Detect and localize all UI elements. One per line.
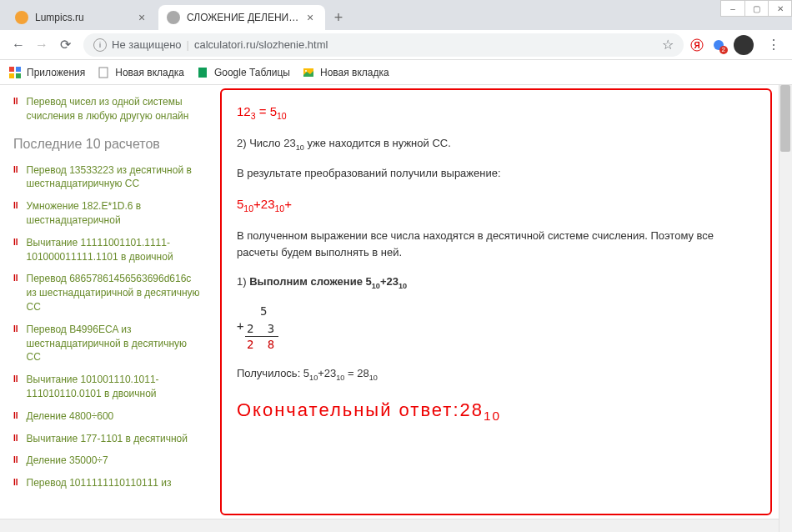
main-content: 123 = 510 2) Число 2310 уже находится в … [220,88,772,515]
sidebar-link: Деление 35000÷7 [27,454,108,468]
sidebar-item[interactable]: IIДеление 35000÷7 [13,454,203,468]
svg-rect-3 [9,67,14,72]
sidebar-item[interactable]: IIПеревод 1011111110110111 из [13,476,203,490]
paragraph-5: Получилось: 510+2310 = 2810 [237,365,755,384]
scrollbar-thumb[interactable] [780,85,790,152]
back-button[interactable]: ← [7,33,30,57]
svg-rect-6 [16,73,21,78]
bullet-icon: II [13,323,18,335]
bullet-icon: II [13,163,18,176]
tab-strip: Lumpics.ru × СЛОЖЕНИЕ ДЕЛЕНИЕ УМНОЖЕ × + [0,0,792,30]
sidebar-item[interactable]: IIПеревод 13533223 из десятичной в шестн… [13,163,203,192]
sidebar-link: Перевод 1011111110110111 из [27,476,172,490]
paragraph-3: В полученном выражении все числа находят… [237,228,755,263]
sidebar: II Перевод чисел из одной системы счисле… [0,85,217,532]
close-icon[interactable]: × [303,11,317,24]
yandex-icon[interactable]: Я [690,38,704,52]
sidebar-item[interactable]: IIПеревод 68657861456563696d616c из шест… [13,272,203,314]
reload-button[interactable]: ⟳ [53,33,77,57]
bookmark-apps[interactable]: Приложения [8,66,85,79]
sidebar-link: Перевод чисел из одной системы счисления… [27,95,203,123]
sheets-icon [196,66,209,79]
bookmark-new-tab-1[interactable]: Новая вкладка [97,66,184,79]
star-icon[interactable]: ☆ [662,37,674,53]
bullet-icon: II [13,454,18,466]
sidebar-link: Вычитание 11111001101.1111-101000011111.… [27,236,203,264]
bookmark-label: Новая вкладка [115,67,184,78]
profile-avatar[interactable] [734,35,754,55]
content-area: II Перевод чисел из одной системы счисле… [0,85,792,532]
new-tab-button[interactable]: + [327,6,350,29]
scrollbar-vertical[interactable] [779,85,792,532]
svg-rect-4 [16,67,21,72]
toolbar-right: Я 2 ⋮ [690,33,785,57]
addition-column: 5 + 2 3 2 8 [237,304,755,352]
bullet-icon: II [13,272,18,284]
bullet-icon: II [13,95,18,108]
bullet-icon: II [13,409,18,422]
tab-title: СЛОЖЕНИЕ ДЕЛЕНИЕ УМНОЖЕ [187,12,300,23]
tab-lumpics[interactable]: Lumpics.ru × [7,5,157,30]
doc-icon [97,66,110,79]
svg-text:Я: Я [694,41,699,50]
bookmark-label: Новая вкладка [320,67,389,78]
svg-rect-5 [9,73,14,78]
extension-icon[interactable]: 2 [712,38,725,52]
address-bar[interactable]: i Не защищено | calculatori.ru/slozhenie… [83,33,684,57]
sidebar-item[interactable]: IIВычитание 11111001101.1111-10100001111… [13,236,203,264]
sidebar-item[interactable]: II Перевод чисел из одной системы счисле… [13,95,203,123]
bullet-icon: II [13,432,18,444]
svg-point-10 [305,70,307,72]
scrollbar-horizontal[interactable] [0,519,779,532]
sidebar-link: Деление 4800÷600 [27,409,114,424]
tab-title: Lumpics.ru [35,12,132,23]
svg-rect-7 [99,68,108,78]
forward-button[interactable]: → [30,33,53,57]
sidebar-item[interactable]: IIДеление 4800÷600 [13,409,203,424]
sidebar-link: Вычитание 101001110.1011-111010110.0101 … [27,373,203,401]
maximize-button[interactable]: ▢ [744,1,768,16]
paragraph-4: 1) Выполним сложение 510+2310 [237,274,755,292]
tab-calculatori[interactable]: СЛОЖЕНИЕ ДЕЛЕНИЕ УМНОЖЕ × [158,5,325,30]
sidebar-item[interactable]: IIПеревод B4996ECA из шестнадцатиричной … [13,323,203,364]
img-icon [302,66,315,79]
svg-rect-8 [198,68,207,78]
close-button[interactable]: ✕ [768,1,791,16]
sidebar-heading: Последние 10 расчетов [13,137,203,152]
sidebar-item[interactable]: IIВычитание 177-1101 в десятичной [13,432,203,446]
sidebar-link: Перевод 13533223 из десятичной в шестнад… [27,163,203,192]
badge: 2 [719,46,728,54]
sidebar-link: Перевод 68657861456563696d616c из шестна… [27,272,203,314]
expression-2: 510+2310+ [237,194,755,216]
apps-icon [8,66,22,79]
sidebar-item[interactable]: IIВычитание 101001110.1011-111010110.010… [13,373,203,401]
paragraph-1: 2) Число 2310 уже находится в нужной СС. [237,135,755,153]
final-answer: Окончательный ответ:2810 [237,395,755,427]
expression-1: 123 = 510 [237,102,755,123]
bullet-icon: II [13,199,18,212]
menu-button[interactable]: ⋮ [762,33,785,57]
security-label: Не защищено [112,38,182,51]
favicon-icon [167,11,180,24]
bullet-icon: II [13,373,18,385]
bullet-icon: II [13,236,18,248]
paragraph-2: В результате преобразований получили выр… [237,165,755,183]
info-icon[interactable]: i [93,38,107,52]
separator: | [187,38,189,51]
bookmark-new-tab-2[interactable]: Новая вкладка [302,66,389,79]
bookmark-sheets[interactable]: Google Таблицы [196,66,290,79]
bookmarks-bar: Приложения Новая вкладка Google Таблицы … [0,60,792,85]
sidebar-link: Вычитание 177-1101 в десятичной [27,432,188,446]
bookmark-label: Приложения [27,67,85,78]
close-icon[interactable]: × [135,11,148,24]
bullet-icon: II [13,476,18,489]
sidebar-link: Перевод B4996ECA из шестнадцатиричной в … [27,323,203,364]
minimize-button[interactable]: – [721,1,744,16]
bookmark-label: Google Таблицы [214,67,290,78]
window-controls: – ▢ ✕ [720,0,792,17]
url-text: calculatori.ru/slozhenie.html [194,38,328,51]
sidebar-item[interactable]: IIУмножение 182.E*1D.6 в шестнадцатеричн… [13,199,203,228]
sidebar-link: Умножение 182.E*1D.6 в шестнадцатеричной [27,199,203,228]
favicon-icon [15,11,28,24]
toolbar: ← → ⟳ i Не защищено | calculatori.ru/slo… [0,30,792,60]
